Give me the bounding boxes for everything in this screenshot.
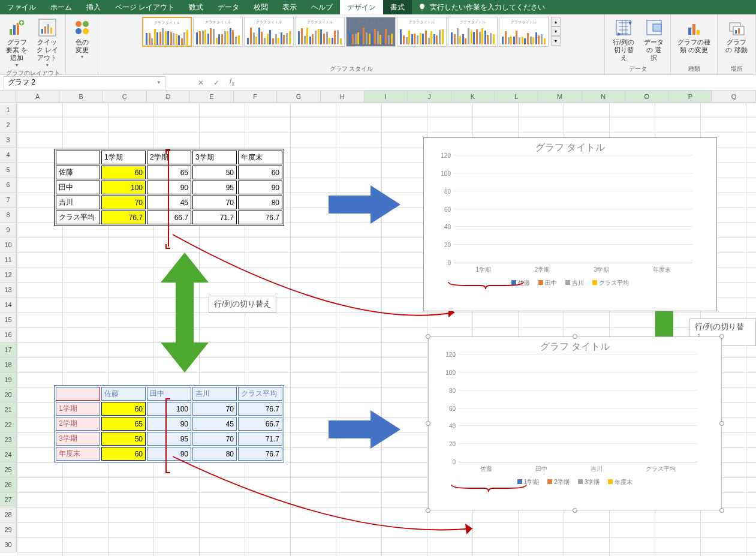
menu-tab-6[interactable]: 校閲 <box>246 0 275 14</box>
row-header-18[interactable]: 18 <box>0 357 17 372</box>
tell-me[interactable]: 実行したい作業を入力してください <box>412 2 551 13</box>
col-header-D[interactable]: D <box>147 91 191 102</box>
row-header-23[interactable]: 23 <box>0 432 17 447</box>
col-header-J[interactable]: J <box>408 91 451 102</box>
style-thumb-7[interactable]: グラフ タイトル <box>499 17 549 47</box>
style-thumb-0[interactable]: グラフ タイトル <box>142 17 192 47</box>
row-header-16[interactable]: 16 <box>0 327 17 342</box>
row-header-11[interactable]: 11 <box>0 253 17 268</box>
name-box[interactable]: グラフ 2▼ <box>4 76 165 89</box>
gallery-up-button[interactable]: ▴ <box>551 17 561 26</box>
gallery-down-button[interactable]: ▾ <box>551 26 561 36</box>
row-header-27[interactable]: 27 <box>0 492 17 507</box>
col-header-H[interactable]: H <box>321 91 365 102</box>
row-header-17[interactable]: 17 <box>0 342 17 357</box>
row-header-29[interactable]: 29 <box>0 522 17 537</box>
enter-formula-button[interactable]: ✓ <box>209 76 224 89</box>
row-header-4[interactable]: 4 <box>0 148 17 163</box>
style-thumb-2[interactable]: グラフ タイトル <box>244 17 294 47</box>
selection-handle[interactable] <box>573 334 577 339</box>
change-chart-type-button[interactable]: グラフの種類 の変更 <box>674 17 713 55</box>
menu-tab-2[interactable]: 挿入 <box>79 0 108 14</box>
col-header-K[interactable]: K <box>451 91 495 102</box>
menu-tab-8[interactable]: ヘルプ <box>304 0 340 14</box>
col-header-P[interactable]: P <box>669 91 713 102</box>
row-header-6[interactable]: 6 <box>0 178 17 193</box>
worksheet[interactable]: ABCDEFGHIJKLMNOPQ 1234567891011121314151… <box>0 91 756 556</box>
select-data-button[interactable]: データの 選択 <box>641 17 667 64</box>
row-header-30[interactable]: 30 <box>0 537 17 552</box>
selection-handle[interactable] <box>573 508 577 513</box>
svg-point-9 <box>76 21 82 27</box>
svg-rect-5 <box>41 29 43 34</box>
row-header-2[interactable]: 2 <box>0 118 17 133</box>
col-header-E[interactable]: E <box>190 91 234 102</box>
style-thumb-1[interactable]: グラフ タイトル <box>193 17 243 47</box>
row-header-8[interactable]: 8 <box>0 208 17 223</box>
col-header-L[interactable]: L <box>495 91 538 102</box>
row-header-9[interactable]: 9 <box>0 223 17 238</box>
col-header-G[interactable]: G <box>277 91 321 102</box>
col-header-C[interactable]: C <box>103 91 147 102</box>
row-header-5[interactable]: 5 <box>0 163 17 178</box>
change-colors-button[interactable]: 色の 変更 ▾ <box>70 17 94 61</box>
fx-button[interactable]: fx <box>224 76 240 89</box>
row-header-1[interactable]: 1 <box>0 103 17 118</box>
style-thumb-6[interactable]: グラフ タイトル <box>448 17 498 47</box>
row-header-7[interactable]: 7 <box>0 193 17 208</box>
quick-layout-button[interactable]: クイック レイアウト ▾ <box>32 17 62 69</box>
row-header-19[interactable]: 19 <box>0 372 17 387</box>
move-chart-button[interactable]: グラフの 移動 <box>721 17 752 55</box>
svg-rect-1 <box>13 25 16 35</box>
selection-handle[interactable] <box>426 421 430 426</box>
row-header-21[interactable]: 21 <box>0 402 17 417</box>
menu-tab-4[interactable]: 数式 <box>182 0 210 14</box>
col-header-M[interactable]: M <box>538 91 582 102</box>
menu-tab-0[interactable]: ファイル <box>0 0 43 14</box>
menu-tab-5[interactable]: データ <box>210 0 246 14</box>
row-header-25[interactable]: 25 <box>0 462 17 477</box>
row-header-12[interactable]: 12 <box>0 268 17 282</box>
selection-handle[interactable] <box>719 421 724 426</box>
chart-styles-gallery[interactable]: グラフ タイトルグラフ タイトルグラフ タイトルグラフ タイトルグラフ タイトル… <box>142 17 549 47</box>
chart-title[interactable]: グラフ タイトル <box>429 337 721 354</box>
row-header-28[interactable]: 28 <box>0 507 17 522</box>
menu-tab-7[interactable]: 表示 <box>275 0 304 14</box>
col-header-N[interactable]: N <box>582 91 626 102</box>
selection-handle[interactable] <box>719 508 724 513</box>
menu-tab-9[interactable]: デザイン <box>340 0 383 14</box>
style-thumb-5[interactable]: グラフ タイトル <box>397 17 447 47</box>
selection-handle[interactable] <box>719 334 724 339</box>
col-header-F[interactable]: F <box>234 91 278 102</box>
gallery-scroll[interactable]: ▴ ▾ ▾ <box>551 17 561 46</box>
col-header-O[interactable]: O <box>625 91 669 102</box>
col-header-B[interactable]: B <box>59 91 103 102</box>
chart-title[interactable]: グラフ タイトル <box>424 138 716 155</box>
col-header-A[interactable]: A <box>16 91 60 102</box>
row-header-20[interactable]: 20 <box>0 387 17 402</box>
switch-row-column-button[interactable]: 行/列の 切り替え <box>609 17 638 64</box>
cancel-formula-button[interactable]: ✕ <box>193 76 209 89</box>
style-thumb-4[interactable]: グラフ タイトル <box>346 17 396 47</box>
gallery-more-button[interactable]: ▾ <box>551 36 561 46</box>
col-header-Q[interactable]: Q <box>712 91 756 102</box>
add-chart-element-button[interactable]: グラフ要素 を追加 ▾ <box>4 17 30 69</box>
row-header-15[interactable]: 15 <box>0 312 17 327</box>
menu-tab-1[interactable]: ホーム <box>43 0 79 14</box>
menu-tab-3[interactable]: ページ レイアウト <box>108 0 182 14</box>
menu-tab-10[interactable]: 書式 <box>383 0 412 14</box>
row-header-13[interactable]: 13 <box>0 282 17 297</box>
row-header-24[interactable]: 24 <box>0 447 17 462</box>
selection-handle[interactable] <box>426 334 430 339</box>
formula-input[interactable] <box>240 76 756 89</box>
row-header-10[interactable]: 10 <box>0 238 17 253</box>
row-header-3[interactable]: 3 <box>0 133 17 148</box>
row-header-22[interactable]: 22 <box>0 417 17 432</box>
style-thumb-3[interactable]: グラフ タイトル <box>295 17 345 47</box>
svg-rect-21 <box>735 30 737 34</box>
select-all-corner[interactable] <box>0 91 16 102</box>
selection-handle[interactable] <box>426 508 430 513</box>
row-header-26[interactable]: 26 <box>0 477 17 492</box>
row-header-14[interactable]: 14 <box>0 297 17 312</box>
col-header-I[interactable]: I <box>365 91 408 102</box>
